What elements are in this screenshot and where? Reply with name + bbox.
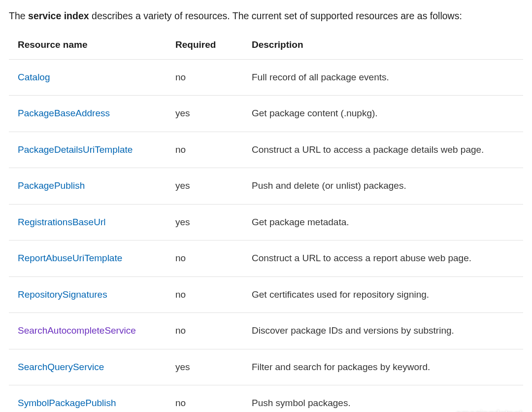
header-required: Required bbox=[166, 32, 243, 59]
resource-link[interactable]: RepositorySignatures bbox=[18, 289, 107, 300]
cell-description: Construct a URL to access a package deta… bbox=[243, 132, 523, 168]
cell-required: no bbox=[166, 385, 243, 412]
resource-link[interactable]: RegistrationsBaseUrl bbox=[18, 217, 105, 227]
cell-description: Discover package IDs and versions by sub… bbox=[243, 313, 523, 349]
resource-link[interactable]: ReportAbuseUriTemplate bbox=[18, 253, 122, 263]
header-resource-name: Resource name bbox=[9, 32, 166, 59]
cell-required: yes bbox=[166, 96, 243, 132]
cell-description: Filter and search for packages by keywor… bbox=[243, 349, 523, 385]
intro-prefix: The bbox=[9, 10, 28, 21]
table-row: SearchAutocompleteServicenoDiscover pack… bbox=[9, 313, 523, 349]
cell-required: yes bbox=[166, 204, 243, 240]
cell-required: no bbox=[166, 313, 243, 349]
cell-resource-name: RepositorySignatures bbox=[9, 276, 166, 313]
intro-paragraph: The service index describes a variety of… bbox=[9, 9, 523, 23]
cell-description: Push symbol packages. bbox=[243, 385, 523, 412]
cell-required: no bbox=[166, 132, 243, 168]
cell-resource-name: SymbolPackagePublish bbox=[9, 385, 166, 412]
table-row: ReportAbuseUriTemplatenoConstruct a URL … bbox=[9, 240, 523, 277]
resource-link[interactable]: SearchAutocompleteService bbox=[18, 325, 136, 336]
cell-resource-name: PackageBaseAddress bbox=[9, 96, 166, 132]
table-row: SymbolPackagePublishnoPush symbol packag… bbox=[9, 385, 523, 412]
intro-bold: service index bbox=[28, 10, 89, 21]
resource-link[interactable]: PackageDetailsUriTemplate bbox=[18, 144, 133, 155]
cell-description: Construct a URL to access a report abuse… bbox=[243, 240, 523, 277]
cell-resource-name: ReportAbuseUriTemplate bbox=[9, 240, 166, 277]
cell-required: yes bbox=[166, 168, 243, 205]
resource-link[interactable]: SymbolPackagePublish bbox=[18, 398, 116, 408]
table-row: SearchQueryServiceyesFilter and search f… bbox=[9, 349, 523, 385]
cell-description: Get certificates used for repository sig… bbox=[243, 276, 523, 313]
cell-resource-name: PackageDetailsUriTemplate bbox=[9, 132, 166, 168]
table-row: CatalognoFull record of all package even… bbox=[9, 59, 523, 96]
resource-link[interactable]: PackagePublish bbox=[18, 180, 85, 191]
cell-description: Get package content (.nupkg). bbox=[243, 96, 523, 132]
cell-resource-name: Catalog bbox=[9, 59, 166, 96]
cell-description: Full record of all package events. bbox=[243, 59, 523, 96]
cell-resource-name: SearchAutocompleteService bbox=[9, 313, 166, 349]
table-header-row: Resource name Required Description bbox=[9, 32, 523, 59]
table-row: RegistrationsBaseUrlyesGet package metad… bbox=[9, 204, 523, 240]
cell-description: Push and delete (or unlist) packages. bbox=[243, 168, 523, 205]
cell-resource-name: RegistrationsBaseUrl bbox=[9, 204, 166, 240]
resource-link[interactable]: PackageBaseAddress bbox=[18, 108, 110, 118]
cell-required: yes bbox=[166, 349, 243, 385]
resource-link[interactable]: SearchQueryService bbox=[18, 362, 104, 372]
cell-resource-name: SearchQueryService bbox=[9, 349, 166, 385]
table-row: PackageBaseAddressyesGet package content… bbox=[9, 96, 523, 132]
cell-required: no bbox=[166, 276, 243, 313]
resources-table: Resource name Required Description Catal… bbox=[9, 32, 523, 412]
cell-required: no bbox=[166, 240, 243, 277]
table-row: PackagePublishyesPush and delete (or unl… bbox=[9, 168, 523, 205]
table-row: RepositorySignaturesnoGet certificates u… bbox=[9, 276, 523, 313]
cell-required: no bbox=[166, 59, 243, 96]
resource-link[interactable]: Catalog bbox=[18, 72, 50, 82]
intro-suffix: describes a variety of resources. The cu… bbox=[89, 10, 462, 21]
table-row: PackageDetailsUriTemplatenoConstruct a U… bbox=[9, 132, 523, 168]
header-description: Description bbox=[243, 32, 523, 59]
cell-resource-name: PackagePublish bbox=[9, 168, 166, 205]
cell-description: Get package metadata. bbox=[243, 204, 523, 240]
